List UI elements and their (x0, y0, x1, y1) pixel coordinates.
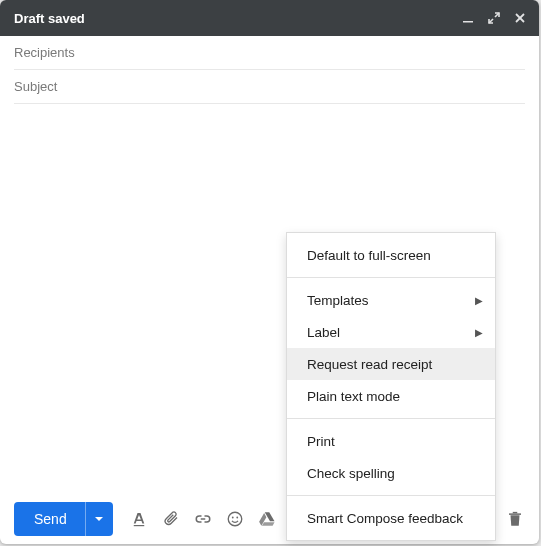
window-title: Draft saved (14, 11, 453, 26)
menu-item-check-spelling[interactable]: Check spelling (287, 457, 495, 489)
menu-separator (287, 418, 495, 419)
menu-item-label[interactable]: Label ▶ (287, 316, 495, 348)
send-group: Send (14, 502, 113, 536)
svg-rect-13 (509, 513, 521, 515)
menu-separator (287, 495, 495, 496)
subject-field[interactable]: Subject (14, 70, 525, 104)
menu-label: Check spelling (307, 466, 395, 481)
menu-label: Plain text mode (307, 389, 400, 404)
svg-point-3 (232, 517, 234, 519)
menu-label: Label (307, 325, 340, 340)
more-options-menu: Default to full-screen Templates ▶ Label… (286, 232, 496, 541)
attach-icon[interactable] (161, 509, 181, 529)
menu-separator (287, 277, 495, 278)
menu-label: Smart Compose feedback (307, 511, 463, 526)
send-options-button[interactable] (85, 502, 113, 536)
menu-label: Request read receipt (307, 357, 432, 372)
recipients-placeholder: Recipients (14, 45, 75, 60)
minimize-button[interactable] (457, 7, 479, 29)
fullscreen-button[interactable] (483, 7, 505, 29)
titlebar: Draft saved (0, 0, 539, 36)
discard-draft-button[interactable] (505, 509, 525, 529)
menu-label: Templates (307, 293, 369, 308)
link-icon[interactable] (193, 509, 213, 529)
menu-item-templates[interactable]: Templates ▶ (287, 284, 495, 316)
menu-item-request-read-receipt[interactable]: Request read receipt (287, 348, 495, 380)
svg-rect-1 (133, 525, 144, 526)
menu-item-print[interactable]: Print (287, 425, 495, 457)
menu-item-default-fullscreen[interactable]: Default to full-screen (287, 239, 495, 271)
subject-placeholder: Subject (14, 79, 57, 94)
svg-point-2 (228, 512, 242, 526)
menu-item-smart-compose-feedback[interactable]: Smart Compose feedback (287, 502, 495, 534)
emoji-icon[interactable] (225, 509, 245, 529)
chevron-right-icon: ▶ (475, 295, 483, 306)
send-button[interactable]: Send (14, 502, 85, 536)
chevron-right-icon: ▶ (475, 327, 483, 338)
svg-rect-0 (463, 21, 473, 23)
recipients-field[interactable]: Recipients (14, 36, 525, 70)
close-button[interactable] (509, 7, 531, 29)
menu-label: Print (307, 434, 335, 449)
drive-icon[interactable] (257, 509, 277, 529)
menu-label: Default to full-screen (307, 248, 431, 263)
svg-rect-14 (513, 512, 518, 514)
fields-area: Recipients Subject (0, 36, 539, 104)
menu-item-plain-text-mode[interactable]: Plain text mode (287, 380, 495, 412)
svg-point-4 (236, 517, 238, 519)
formatting-icon[interactable] (129, 509, 149, 529)
